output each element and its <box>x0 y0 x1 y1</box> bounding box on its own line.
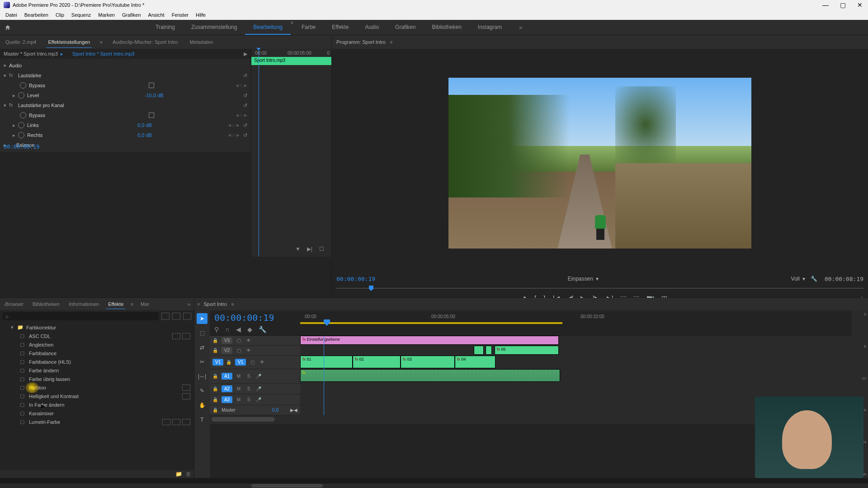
timeline-menu-icon[interactable]: ≡ <box>231 302 234 307</box>
clip-v2-gap1[interactable] <box>474 346 484 355</box>
type-tool[interactable]: T <box>197 414 208 425</box>
tab-effekteinstellungen[interactable]: Effekteinstellungen <box>46 37 92 48</box>
tree-lumetri[interactable]: ▢Lumetri-Farbe <box>0 418 194 426</box>
clip-v2-gap2[interactable] <box>486 346 492 355</box>
tree-farbbalance[interactable]: ▢Farbbalance <box>0 349 194 357</box>
tab-menu-icon[interactable]: ≡ <box>100 40 103 45</box>
track-master-header[interactable]: 🔒Master0,0▶◀ <box>210 405 300 415</box>
razor-tool[interactable]: ✂ <box>197 357 208 367</box>
tree-angleichen[interactable]: ▢Angleichen <box>0 340 194 349</box>
bypass-checkbox-2[interactable] <box>149 113 154 118</box>
clip-04[interactable]: fx 04 <box>455 356 495 368</box>
level-value[interactable]: -15,0 dB <box>145 93 190 98</box>
preset-type-icon-2[interactable] <box>172 313 180 320</box>
program-timecode-left[interactable]: 00:00:00:19 <box>336 276 375 282</box>
resolution-dropdown[interactable]: Voll <box>791 276 800 282</box>
tab-effekte[interactable]: Effekte <box>106 300 125 309</box>
timeline-playhead-handle[interactable] <box>324 319 330 326</box>
workspace-instagram[interactable]: Instagram <box>470 20 510 35</box>
bypass-row-1[interactable]: Bypass ◀ ◇ ▶ <box>0 80 251 90</box>
chevron-down-icon[interactable]: ▾ <box>596 276 599 282</box>
play-icon[interactable]: ▶ <box>244 51 247 57</box>
workspace-grafiken[interactable]: Grafiken <box>387 20 424 35</box>
settings-icon[interactable]: 🔧 <box>259 326 266 333</box>
audio-section-header[interactable]: ▾Audio <box>0 61 251 70</box>
menu-grafiken[interactable]: Grafiken <box>118 11 145 19</box>
kanal-header[interactable]: ▾fxLautstärke pro Kanal↺ <box>0 100 251 110</box>
marker-icon[interactable]: ◀ <box>236 326 241 333</box>
close-button[interactable]: ✕ <box>855 0 864 9</box>
tree-farbe-andern[interactable]: ▢Farbe ändern <box>0 366 194 375</box>
track-v2-header[interactable]: 🔒V2▢👁 <box>210 346 300 356</box>
new-bin-icon[interactable]: 📁 <box>175 471 182 477</box>
sequence-name[interactable]: Sport Intro <box>203 301 226 307</box>
overflow-icon[interactable]: » <box>519 24 522 31</box>
workspace-farbe[interactable]: Farbe <box>293 20 324 35</box>
export-icon[interactable]: ▶| <box>307 246 312 252</box>
timeline-timecode[interactable]: 00:00:00:19 <box>214 312 296 323</box>
close-panel-icon[interactable]: × <box>197 301 200 307</box>
tab-audioclip-mischer[interactable]: Audioclip-Mischer: Sport Intro <box>111 37 179 47</box>
tree-in-farbe[interactable]: ▢In Farbe ändern <box>0 400 194 409</box>
links-value[interactable]: 0,0 dB <box>137 122 183 128</box>
menu-marken[interactable]: Marken <box>94 11 118 19</box>
rechts-row[interactable]: ▸Rechts 0,0 dB ◀ ◇ ▶↺ <box>0 130 251 140</box>
workspace-effekte[interactable]: Effekte <box>324 20 357 35</box>
tab-browser[interactable]: -Browser <box>2 300 25 309</box>
tab-quelle[interactable]: Quelle: 2.mp4 <box>4 37 38 47</box>
tab-metadaten[interactable]: Metadaten <box>188 37 215 47</box>
pen-tool[interactable]: ✎ <box>197 385 208 396</box>
filter-icon[interactable]: ▼ <box>295 246 301 252</box>
track-v3-header[interactable]: 🔒V3▢👁 <box>210 336 300 346</box>
menu-hilfe[interactable]: Hilfe <box>192 11 209 19</box>
menu-datei[interactable]: Datei <box>2 11 21 19</box>
lautstarke-header[interactable]: ▾fxLautstärke↺ <box>0 70 251 80</box>
bypass-checkbox-1[interactable] <box>149 83 154 88</box>
track-v1-header[interactable]: V1🔒V1▢👁 <box>210 356 300 369</box>
slip-tool[interactable]: |↔| <box>197 371 208 382</box>
tree-kanalmixer[interactable]: ▢Kanalmixer <box>0 409 194 418</box>
clip-01[interactable]: fx 01 <box>300 356 353 368</box>
workspace-zusammenstellung[interactable]: Zusammenstellung <box>183 20 245 35</box>
horizontal-scrollbar[interactable] <box>251 484 323 488</box>
level-row[interactable]: ▸Level -15,0 dB ↺ <box>0 90 251 100</box>
clip-audio[interactable]: fx <box>300 369 560 382</box>
clip-name-label[interactable]: Sport Intro * Sport Intro.mp3 <box>72 51 135 56</box>
maximize-button[interactable]: ▢ <box>838 0 847 9</box>
effects-search-input[interactable] <box>3 312 159 320</box>
delete-icon[interactable]: 🗑 <box>186 471 191 477</box>
keyframe-nav[interactable]: ◀ ◇ ▶ <box>236 113 247 117</box>
effect-mini-timeline[interactable]: :00:00 00:00:05:00 0 Sport Intro.mp3 <box>251 49 331 67</box>
master-clip-label[interactable]: Master * Sport Intro.mp3 <box>4 51 58 56</box>
track-select-tool[interactable]: ⬚ <box>197 328 208 338</box>
tree-helligkeit[interactable]: ▢Helligkeit und Kontrast <box>0 392 194 400</box>
tree-farbe-ubrig[interactable]: ▢Farbe übrig lassen <box>0 375 194 383</box>
menu-sequenz[interactable]: Sequenz <box>68 11 94 19</box>
selection-tool[interactable]: ➤ <box>197 313 208 324</box>
program-scrubber[interactable] <box>336 285 863 292</box>
add-marker-icon[interactable]: ◆ <box>247 326 252 333</box>
tab-informationen[interactable]: Informationen <box>67 300 101 309</box>
rechts-value[interactable]: 0,0 dB <box>137 132 183 138</box>
home-icon[interactable] <box>4 23 12 32</box>
minimize-button[interactable]: — <box>821 0 830 9</box>
clip-03[interactable]: fx 03 <box>401 356 455 368</box>
tab-mar[interactable]: Mar <box>139 300 151 309</box>
workspace-bearbeitung[interactable]: Bearbeitung <box>245 20 291 35</box>
tree-farbkorrektur[interactable]: ▾📁Farbkorrektur <box>0 323 194 332</box>
program-viewer[interactable] <box>332 49 868 272</box>
timeline-ruler[interactable]: :00:00 00:00:05:00 00:00:10:00 <box>300 310 852 335</box>
preset-type-icon-3[interactable] <box>183 313 191 320</box>
tree-asc-cdl[interactable]: ▢ASC CDL <box>0 332 194 340</box>
tree-farbton[interactable]: ▢Farbton <box>0 383 194 392</box>
menu-clip[interactable]: Clip <box>52 11 68 19</box>
menu-ansicht[interactable]: Ansicht <box>145 11 168 19</box>
fit-dropdown[interactable]: Einpassen <box>568 276 593 282</box>
program-menu-icon[interactable]: ≡ <box>390 40 393 45</box>
clip-adjustment-layer[interactable]: fx Einstellungsebene <box>300 336 559 345</box>
tab-menu-icon[interactable]: ≡ <box>131 302 133 307</box>
track-a3-header[interactable]: 🔒A3MS🎤 <box>210 394 300 405</box>
track-a2-header[interactable]: 🔒A2MS🎤 <box>210 384 300 394</box>
bypass-row-2[interactable]: Bypass ◀ ◇ ▶ <box>0 110 251 120</box>
keyframe-nav[interactable]: ◀ ◇ ▶ <box>236 83 247 88</box>
